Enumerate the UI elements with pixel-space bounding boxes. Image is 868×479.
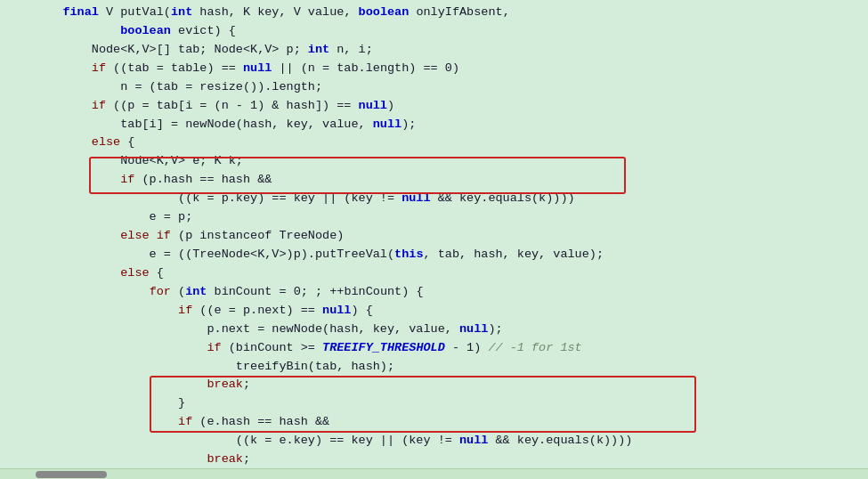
code-line: treeifyBin(tab, hash); <box>0 358 868 377</box>
line-content: Node<K,V>[] tab; Node<K,V> p; int n, i; <box>34 41 868 60</box>
code-line: for (int binCount = 0; ; ++binCount) { <box>0 283 868 302</box>
code-line: e = ((TreeNode<K,V>)p).putTreeVal(this, … <box>0 246 868 264</box>
code-line: boolean evict) { <box>0 22 868 41</box>
code-line: e = p; <box>0 208 868 227</box>
line-content: break; <box>34 376 868 394</box>
line-content: if (e.hash == hash && <box>34 413 868 432</box>
line-content: e = ((TreeNode<K,V>)p).putTreeVal(this, … <box>34 246 868 264</box>
code-line: else { <box>0 134 868 152</box>
code-line: if (binCount >= TREEIFY_THRESHOLD - 1) /… <box>0 339 868 358</box>
scrollbar-thumb[interactable] <box>36 471 107 478</box>
line-content: if ((p = tab[i = (n - 1) & hash]) == nul… <box>34 97 868 116</box>
line-content: } <box>34 394 868 413</box>
line-content: e = p; <box>34 208 868 227</box>
line-content: if ((e = p.next) == null) { <box>34 302 868 321</box>
code-line: if ((tab = table) == null || (n = tab.le… <box>0 60 868 78</box>
line-content: break; <box>34 451 868 469</box>
code-line: if (p.hash == hash && <box>0 171 868 190</box>
code-line: Node<K,V> e; K k; <box>0 152 868 171</box>
scrollbar-area[interactable] <box>0 468 868 479</box>
code-line: if ((p = tab[i = (n - 1) & hash]) == nul… <box>0 97 868 116</box>
code-line: p.next = newNode(hash, key, value, null)… <box>0 321 868 339</box>
code-line: if ((e = p.next) == null) { <box>0 302 868 321</box>
line-content: p.next = newNode(hash, key, value, null)… <box>34 321 868 339</box>
line-content: if (binCount >= TREEIFY_THRESHOLD - 1) /… <box>34 339 868 358</box>
line-content: Node<K,V> e; K k; <box>34 152 868 171</box>
code-line: Node<K,V>[] tab; Node<K,V> p; int n, i; <box>0 41 868 60</box>
code-line: ((k = p.key) == key || (key != null && k… <box>0 190 868 208</box>
line-content: final V putVal(int hash, K key, V value,… <box>34 4 868 22</box>
code-line: else if (p instanceof TreeNode) <box>0 227 868 246</box>
code-line: } <box>0 394 868 413</box>
code-container: final V putVal(int hash, K key, V value,… <box>0 0 868 479</box>
code-line: n = (tab = resize()).length; <box>0 78 868 97</box>
line-content: boolean evict) { <box>34 22 868 41</box>
line-content: ((k = p.key) == key || (key != null && k… <box>34 190 868 208</box>
line-content: for (int binCount = 0; ; ++binCount) { <box>34 283 868 302</box>
line-content: tab[i] = newNode(hash, key, value, null)… <box>34 116 868 134</box>
code-line: break; <box>0 376 868 394</box>
line-content: else { <box>34 134 868 152</box>
line-content: else if (p instanceof TreeNode) <box>34 227 868 246</box>
line-content: ((k = e.key) == key || (key != null && k… <box>34 432 868 451</box>
line-content: if ((tab = table) == null || (n = tab.le… <box>34 60 868 78</box>
code-line: break; <box>0 451 868 469</box>
code-line: if (e.hash == hash && <box>0 413 868 432</box>
code-line: ((k = e.key) == key || (key != null && k… <box>0 432 868 451</box>
code-line: final V putVal(int hash, K key, V value,… <box>0 4 868 22</box>
line-content: if (p.hash == hash && <box>34 171 868 190</box>
line-content: else { <box>34 264 868 283</box>
line-content: treeifyBin(tab, hash); <box>34 358 868 377</box>
code-line: else { <box>0 264 868 283</box>
line-content: n = (tab = resize()).length; <box>34 78 868 97</box>
code-line: tab[i] = newNode(hash, key, value, null)… <box>0 116 868 134</box>
code-inner: final V putVal(int hash, K key, V value,… <box>0 4 868 479</box>
